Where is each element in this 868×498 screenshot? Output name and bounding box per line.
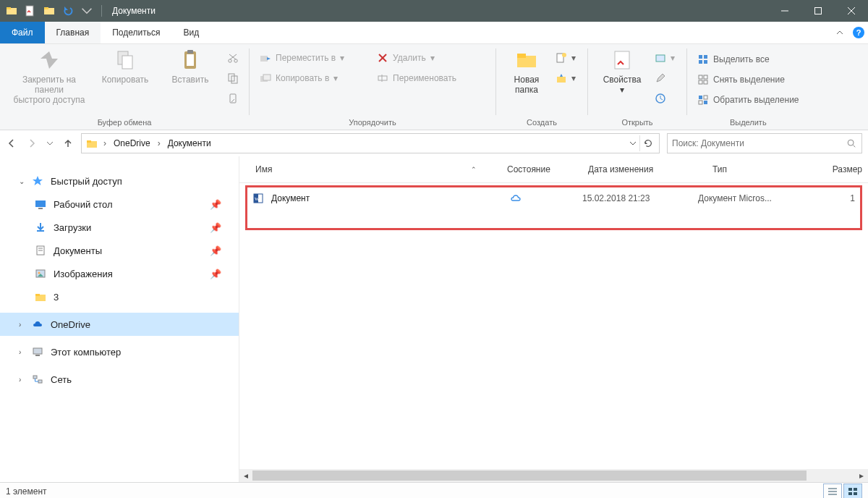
column-header-date[interactable]: Дата изменения	[584, 164, 708, 174]
quick-access-toolbar	[0, 4, 105, 18]
sort-asc-icon: ⌃	[471, 166, 477, 173]
tab-share[interactable]: Поделиться	[101, 22, 171, 43]
select-all-button[interactable]: Выделить все	[697, 51, 799, 67]
open-group-label: Открыть	[588, 118, 686, 130]
chevron-right-icon[interactable]: ›	[101, 138, 109, 148]
easy-access-button[interactable]: ▾	[556, 70, 577, 86]
forward-button[interactable]	[26, 138, 38, 149]
qat-undo-icon[interactable]	[61, 4, 75, 18]
breadcrumb[interactable]: › OneDrive › Документи	[81, 133, 660, 153]
history-button[interactable]	[655, 90, 676, 106]
up-button[interactable]	[62, 138, 74, 149]
nav-documents[interactable]: Документы 📌	[0, 239, 239, 262]
tab-view[interactable]: Вид	[171, 22, 210, 43]
copy-to-button[interactable]: Копировать в ▾	[260, 70, 368, 86]
breadcrumb-dropdown-icon[interactable]	[629, 140, 637, 147]
chevron-right-icon[interactable]: ›	[155, 138, 163, 148]
minimize-button[interactable]	[768, 0, 801, 22]
paste-button[interactable]: Вставить	[162, 47, 218, 85]
copy-button[interactable]: Копировать	[97, 47, 153, 85]
svg-rect-32	[557, 77, 566, 83]
window-controls	[768, 0, 868, 22]
column-header-type[interactable]: Тип	[708, 164, 825, 174]
svg-text:W: W	[255, 196, 260, 202]
help-button[interactable]: ?	[849, 22, 868, 43]
select-none-icon	[697, 74, 709, 85]
recent-dropdown-icon[interactable]	[46, 140, 54, 147]
scroll-track[interactable]	[252, 469, 855, 482]
properties-button[interactable]: Свойства ▾	[598, 47, 646, 95]
nav-network[interactable]: › Сеть	[0, 368, 239, 391]
svg-rect-38	[699, 60, 702, 64]
svg-line-51	[854, 145, 856, 148]
ribbon-group-select: Выделить все Снять выделение Обратить вы…	[687, 44, 809, 130]
copy-path-button[interactable]	[227, 70, 239, 86]
back-button[interactable]	[6, 138, 17, 149]
collapse-ribbon-icon[interactable]	[830, 22, 849, 43]
svg-rect-43	[704, 80, 707, 84]
paste-shortcut-button[interactable]	[227, 90, 239, 106]
pin-icon[interactable]: 📌	[210, 269, 221, 279]
file-row[interactable]: W Документ 15.02.2018 21:23 Документ Mic…	[251, 190, 861, 207]
nav-desktop[interactable]: Рабочий стол 📌	[0, 193, 239, 216]
search-input[interactable]	[671, 138, 844, 149]
cut-button[interactable]	[227, 50, 239, 66]
search-icon[interactable]	[844, 138, 859, 148]
tab-home[interactable]: Главная	[45, 22, 101, 43]
edit-button[interactable]	[655, 70, 676, 86]
pin-icon[interactable]: 📌	[210, 199, 221, 210]
chevron-right-icon[interactable]: ›	[19, 376, 30, 384]
maximize-button[interactable]	[801, 0, 835, 22]
nav-pictures[interactable]: Изображения 📌	[0, 262, 239, 285]
chevron-down-icon[interactable]: ⌄	[19, 177, 30, 185]
nav-onedrive[interactable]: › OneDrive	[0, 313, 239, 336]
chevron-right-icon[interactable]: ›	[19, 348, 30, 356]
nav-this-pc[interactable]: › Этот компьютер	[0, 340, 239, 363]
thumbnails-view-button[interactable]	[843, 484, 862, 498]
rename-button[interactable]: Переименовать	[377, 70, 485, 86]
column-header-name[interactable]: Имя⌃	[251, 164, 503, 174]
scroll-right-icon[interactable]: ▸	[855, 469, 868, 482]
nav-folder-3[interactable]: 3	[0, 285, 239, 308]
chevron-right-icon[interactable]: ›	[19, 321, 30, 329]
nav-downloads[interactable]: Загрузки 📌	[0, 216, 239, 239]
pin-icon[interactable]: 📌	[210, 222, 221, 233]
scroll-thumb[interactable]	[252, 470, 807, 481]
qat-folder-icon[interactable]	[4, 4, 19, 18]
svg-rect-40	[699, 75, 702, 79]
delete-button[interactable]: Удалить ▾	[377, 50, 485, 66]
file-state	[510, 193, 582, 204]
nav-quick-access[interactable]: ⌄ Быстрый доступ	[0, 169, 239, 193]
chevron-down-icon: ▾	[571, 53, 577, 63]
pin-icon[interactable]: 📌	[210, 245, 221, 256]
qat-properties-icon[interactable]	[23, 4, 38, 18]
svg-rect-4	[44, 7, 48, 9]
invert-selection-button[interactable]: Обратить выделение	[697, 92, 799, 108]
new-folder-button[interactable]: Новая папка	[506, 47, 547, 95]
open-button[interactable]: ▾	[655, 50, 676, 66]
column-header-state[interactable]: Состояние	[503, 164, 584, 174]
pin-quick-access-button[interactable]: Закрепить на панели быстрого доступа	[10, 47, 88, 105]
svg-rect-29	[517, 54, 526, 58]
svg-rect-47	[704, 101, 707, 104]
search-box[interactable]	[667, 133, 862, 153]
select-none-button[interactable]: Снять выделение	[697, 72, 799, 88]
rename-icon	[377, 72, 388, 84]
qat-dropdown-icon[interactable]	[80, 4, 94, 18]
file-menu[interactable]: Файл	[0, 22, 45, 43]
organize-group-label: Упорядочить	[250, 118, 495, 130]
delete-icon	[377, 52, 388, 64]
breadcrumb-segment-onedrive[interactable]: OneDrive	[111, 138, 153, 148]
horizontal-scrollbar[interactable]: ◂ ▸	[239, 469, 868, 482]
close-button[interactable]	[835, 0, 868, 22]
svg-rect-52	[35, 201, 46, 207]
new-item-button[interactable]: ▾	[556, 50, 577, 66]
scroll-left-icon[interactable]: ◂	[239, 469, 252, 482]
qat-new-folder-icon[interactable]	[42, 4, 56, 18]
breadcrumb-segment-documents[interactable]: Документи	[165, 138, 214, 148]
column-header-size[interactable]: Размер	[825, 164, 868, 174]
move-to-button[interactable]: Переместить в ▾	[260, 50, 368, 66]
refresh-button[interactable]	[639, 135, 656, 151]
details-view-button[interactable]	[823, 484, 842, 498]
folder-icon	[33, 290, 48, 304]
